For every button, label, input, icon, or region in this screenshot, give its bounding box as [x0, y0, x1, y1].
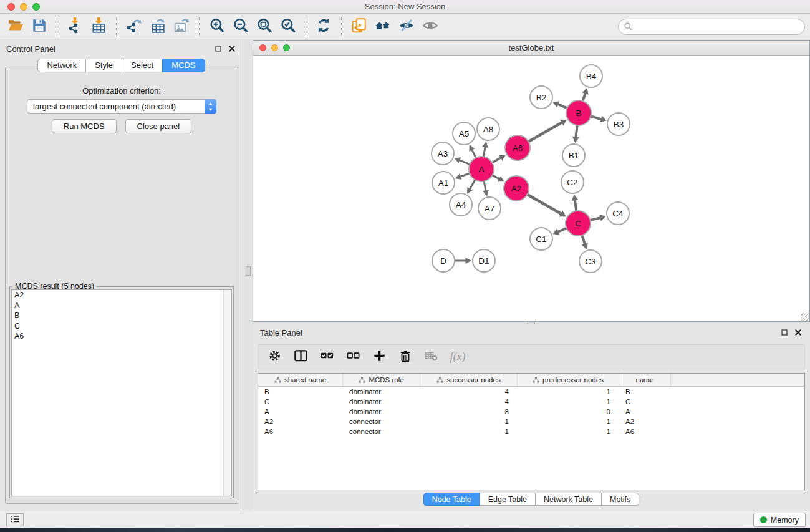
split-view-button[interactable]: [292, 348, 309, 365]
zoom-out-icon: [233, 17, 249, 36]
tab-mcds[interactable]: MCDS: [162, 59, 205, 72]
graph-node-C4[interactable]: C4: [607, 202, 629, 225]
export-image-icon: [173, 17, 190, 36]
network-canvas[interactable]: B4B2BB3A5A8A6A3B1AC2A1A2A4A7C4CC1C3DD1: [253, 56, 809, 321]
gear-button[interactable]: [266, 348, 283, 365]
zoom-out-button[interactable]: [230, 16, 251, 37]
search-box[interactable]: [618, 19, 805, 35]
svg-text:B2: B2: [536, 93, 547, 102]
table-row[interactable]: Cdominator41C: [258, 397, 804, 407]
refresh-icon: [316, 17, 332, 36]
search-input[interactable]: [636, 21, 804, 33]
column-header-shared-name[interactable]: shared name: [258, 374, 343, 386]
graph-node-C2[interactable]: C2: [561, 171, 584, 193]
zoom-fit-button[interactable]: [254, 16, 275, 37]
criterion-dropdown[interactable]: largest connected component (directed): [27, 99, 216, 114]
run-mcds-button[interactable]: Run MCDS: [52, 119, 117, 133]
graph-node-A6[interactable]: A6: [505, 135, 530, 160]
column-header-successor-nodes[interactable]: successor nodes: [420, 374, 518, 386]
column-header-mcds-role[interactable]: MCDS role: [343, 374, 420, 386]
export-table-button[interactable]: [147, 16, 168, 37]
float-panel-button[interactable]: [214, 44, 223, 53]
close-panel-action-button[interactable]: Close panel: [125, 119, 192, 133]
close-table-panel-button[interactable]: [794, 328, 803, 337]
result-list-item[interactable]: C: [12, 321, 231, 332]
result-list-item[interactable]: A: [12, 301, 231, 311]
result-list-item[interactable]: A6: [12, 331, 231, 342]
result-list-item[interactable]: B: [12, 311, 231, 321]
graph-node-A3[interactable]: A3: [432, 142, 454, 165]
graph-node-C[interactable]: C: [566, 211, 591, 236]
graph-node-B4[interactable]: B4: [580, 65, 602, 87]
trash-button[interactable]: [397, 348, 414, 365]
svg-text:A5: A5: [459, 129, 470, 138]
table-cell: 4: [420, 387, 518, 397]
save-session-button[interactable]: [29, 16, 50, 37]
float-table-panel-button[interactable]: [780, 328, 789, 337]
svg-text:A4: A4: [456, 200, 466, 210]
vertical-splitter-grip[interactable]: [246, 266, 251, 276]
mcds-result-groupbox: MCDS result (5 nodes) A2ABCA6: [9, 286, 234, 498]
svg-text:C1: C1: [536, 235, 546, 244]
zoom-in-button[interactable]: [206, 16, 228, 37]
memory-button[interactable]: Memory: [753, 513, 806, 527]
svg-text:C: C: [575, 219, 581, 228]
table-row[interactable]: A6connector11A6: [258, 427, 804, 437]
column-header-predecessor-nodes[interactable]: predecessor nodes: [518, 374, 619, 386]
result-list-scrollbar[interactable]: [223, 290, 231, 496]
tab-node-table[interactable]: Node Table: [423, 493, 480, 506]
graph-node-B1[interactable]: B1: [562, 144, 585, 167]
select-all-button[interactable]: [318, 348, 335, 365]
resize-grip-icon[interactable]: [801, 313, 809, 321]
graph-node-D1[interactable]: D1: [473, 249, 495, 272]
graph-node-A8[interactable]: A8: [477, 118, 499, 140]
tab-network[interactable]: Network: [37, 59, 86, 72]
export-image-button[interactable]: [171, 16, 192, 37]
destroy-table-button: [423, 348, 440, 365]
result-list-item[interactable]: A2: [12, 290, 231, 301]
deselect-all-icon: [346, 349, 360, 365]
network-window-titlebar[interactable]: testGlobe.txt: [253, 41, 809, 56]
open-session-button[interactable]: [5, 16, 26, 37]
graph-node-A[interactable]: A: [469, 157, 494, 181]
graph-node-C3[interactable]: C3: [579, 250, 602, 273]
network-view-window: testGlobe.txt B4B2BB3A5A8A6A3B1AC2A1A2A4…: [253, 40, 810, 322]
main-toolbar-groups: [0, 14, 442, 39]
add-button[interactable]: [370, 348, 388, 365]
tab-style[interactable]: Style: [85, 59, 122, 72]
close-panel-button[interactable]: [228, 44, 236, 53]
hide-selected-button[interactable]: [396, 16, 417, 37]
graph-node-D[interactable]: D: [432, 249, 455, 272]
import-table-button[interactable]: [88, 16, 109, 37]
graph-node-C1[interactable]: C1: [530, 228, 552, 250]
column-header-name[interactable]: name: [619, 374, 671, 386]
graph-node-A1[interactable]: A1: [432, 172, 455, 194]
clone-network-button[interactable]: [349, 16, 370, 37]
table-cell: connector: [343, 427, 420, 437]
import-network-button[interactable]: [64, 16, 85, 37]
show-all-button[interactable]: [420, 16, 441, 37]
tab-edge-table[interactable]: Edge Table: [480, 493, 536, 506]
mcds-result-list[interactable]: A2ABCA6: [11, 289, 232, 496]
graph-node-B[interactable]: B: [566, 100, 591, 125]
graph-node-A7[interactable]: A7: [478, 197, 501, 220]
export-network-button[interactable]: [123, 16, 145, 37]
refresh-button[interactable]: [313, 16, 334, 37]
task-history-button[interactable]: [6, 513, 24, 526]
home-button[interactable]: [372, 16, 393, 37]
zoom-selected-button[interactable]: [277, 16, 299, 37]
table-row[interactable]: Bdominator41B: [258, 387, 804, 397]
graph-node-B2[interactable]: B2: [530, 86, 552, 109]
deselect-all-button[interactable]: [344, 348, 362, 365]
titlebar: Session: New Session: [0, 0, 810, 14]
tab-select[interactable]: Select: [122, 59, 163, 72]
graph-node-A2[interactable]: A2: [504, 176, 529, 201]
tab-motifs[interactable]: Motifs: [601, 493, 639, 506]
graph-node-B3[interactable]: B3: [607, 113, 630, 135]
table-row[interactable]: A2connector11A2: [258, 417, 804, 427]
graph-node-A5[interactable]: A5: [453, 122, 475, 145]
graph-node-A4[interactable]: A4: [450, 193, 472, 216]
table-row[interactable]: Adominator80A: [258, 407, 804, 417]
tab-network-table[interactable]: Network Table: [535, 493, 602, 506]
network-column-icon: [274, 377, 281, 384]
